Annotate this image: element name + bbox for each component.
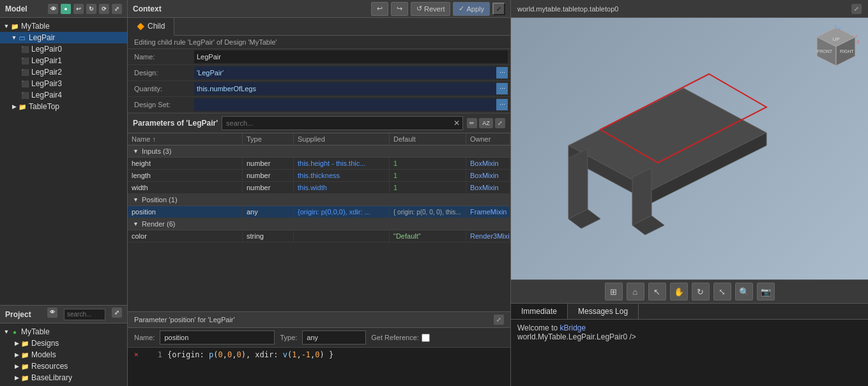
tree-item-mytable[interactable]: ▼ 📁 MyTable: [0, 20, 127, 32]
param-form: Name: Type: Get Reference:: [128, 328, 510, 348]
th-name: Name ↑: [128, 133, 243, 145]
expand-models[interactable]: ▶: [13, 352, 20, 358]
param-detail-title: Parameter 'position' for 'LegPair': [134, 316, 235, 323]
get-ref-checkbox[interactable]: [422, 334, 430, 342]
section-inputs[interactable]: ▼ Inputs (3): [128, 145, 510, 158]
param-detail-expand[interactable]: ⤢: [494, 315, 504, 325]
cell-position-type: any: [243, 206, 294, 218]
viewport-header: world.mytable.tabletop.tabletop0 ⤢: [511, 0, 868, 18]
quantity-input[interactable]: [194, 82, 496, 95]
project-search-input[interactable]: [64, 309, 105, 320]
row-position[interactable]: position any {origin: p(0,0,0), xdir: ..…: [128, 206, 510, 218]
pencil-icon[interactable]: ✏: [467, 118, 477, 128]
cell-height-default: 1: [390, 158, 466, 169]
model-icon-6[interactable]: ⤢: [112, 4, 122, 14]
viewport[interactable]: UP FRONT RIGHT Y X: [511, 18, 868, 279]
expand-params-icon[interactable]: ⤢: [495, 118, 505, 128]
th-owner: Owner: [466, 133, 510, 145]
nav-cube[interactable]: UP FRONT RIGHT Y X: [811, 24, 862, 75]
model-icon-2[interactable]: ●: [61, 4, 71, 14]
proj-label-baselibrary: BaseLibrary: [31, 373, 72, 382]
tree-item-legpair1[interactable]: ⬛ LegPair1: [0, 55, 127, 66]
row-width[interactable]: width number this.width 1 BoxMixin: [128, 182, 510, 194]
orbit-button[interactable]: ↻: [692, 283, 710, 301]
sort-az-icon[interactable]: AZ: [479, 118, 493, 128]
name-input[interactable]: [194, 50, 508, 63]
tree-item-legpair2[interactable]: ⬛ LegPair2: [0, 66, 127, 78]
code-editor[interactable]: ✕ 1 {origin: p(0,0,0), xdir: v(1,-1,0) }: [128, 348, 510, 386]
tab-child[interactable]: 🔶 Child: [128, 18, 174, 36]
apply-button[interactable]: ✓ Apply: [453, 2, 490, 16]
tree-item-legpair4[interactable]: ⬛ LegPair4: [0, 89, 127, 101]
viewport-expand-icon[interactable]: ⤢: [851, 4, 862, 14]
model-icon-4[interactable]: ↻: [86, 4, 96, 14]
tree-item-tabletop[interactable]: ▶ 📁 TableTop: [0, 101, 127, 112]
row-color[interactable]: color string "Default" Render3Mixin: [128, 230, 510, 242]
fit-button[interactable]: ⊞: [605, 283, 623, 301]
code-origin: origin:: [172, 350, 209, 359]
revert-button[interactable]: ↺ Revert: [411, 2, 450, 16]
undo-button[interactable]: ↩: [371, 2, 388, 16]
hand-button[interactable]: ✋: [670, 283, 688, 301]
bottom-content: Welcome to kBridge world.MyTable.LegPair…: [511, 320, 868, 386]
model-icon-1[interactable]: 👁: [48, 4, 58, 14]
section-render[interactable]: ▼ Render (6): [128, 218, 510, 230]
search-clear-icon[interactable]: ✕: [451, 119, 462, 128]
proj-item-designs[interactable]: ▶ 📁 Designs: [0, 338, 127, 349]
get-ref-label: Get Reference:: [371, 334, 419, 341]
expand-tabletop[interactable]: ▶: [10, 103, 18, 110]
row-length[interactable]: length number this.thickness 1 BoxMixin: [128, 170, 510, 182]
expand-context-icon[interactable]: ⤢: [492, 3, 505, 15]
params-scroll-area[interactable]: ▼ Inputs (3) height number this.height -…: [128, 145, 510, 311]
proj-item-baselibrary[interactable]: ▶ 📁 BaseLibrary: [0, 372, 127, 383]
proj-item-resources[interactable]: ▶ 📁 Resources: [0, 360, 127, 372]
model-icon-3[interactable]: ↩: [73, 4, 84, 14]
design-btn[interactable]: ⋯: [496, 67, 508, 78]
expand-proj-mytable[interactable]: ▼: [3, 329, 10, 335]
param-detail-panel: Parameter 'position' for 'LegPair' ⤢ Nam…: [128, 311, 510, 386]
tree-item-legpair0[interactable]: ⬛ LegPair0: [0, 43, 127, 55]
section-position[interactable]: ▼ Position (1): [128, 194, 510, 206]
row-height[interactable]: height number this.height - this.thic...…: [128, 158, 510, 170]
quantity-btn[interactable]: ⋯: [496, 83, 508, 94]
model-icon-5[interactable]: ⟳: [99, 4, 109, 14]
cell-height-type: number: [243, 158, 294, 169]
context-tab-bar: 🔶 Child: [128, 18, 510, 36]
cell-position-name: position: [128, 206, 243, 218]
kbridge-link[interactable]: kBridge: [560, 323, 586, 332]
design-set-input[interactable]: [194, 98, 496, 111]
tree-item-legpair[interactable]: ▼ 🗃 LegPair: [0, 32, 127, 43]
design-set-btn[interactable]: ⋯: [496, 99, 508, 110]
expand-baselibrary[interactable]: ▶: [13, 375, 20, 381]
proj-label-designs: Designs: [31, 339, 59, 348]
params-search-input[interactable]: [222, 118, 451, 128]
expand-mytable[interactable]: ▼: [3, 23, 10, 29]
svg-text:Y: Y: [838, 27, 841, 31]
proj-icon-expand[interactable]: ⤢: [112, 308, 122, 318]
home-button[interactable]: ⌂: [627, 283, 644, 301]
pan-button[interactable]: ⤡: [713, 283, 731, 301]
expand-designs[interactable]: ▶: [13, 340, 20, 346]
cursor-button[interactable]: ↖: [648, 283, 666, 301]
zoom-button[interactable]: 🔍: [735, 283, 753, 301]
proj-item-mytable[interactable]: ▼ ● MyTable: [0, 326, 127, 338]
tab-immediate[interactable]: Immediate: [511, 304, 568, 319]
expand-resources[interactable]: ▶: [13, 363, 20, 369]
quantity-label: Quantity:: [128, 81, 192, 97]
tree-item-legpair3[interactable]: ⬛ LegPair3: [0, 78, 127, 89]
param-name-input[interactable]: [160, 330, 275, 345]
cell-length-type: number: [243, 170, 294, 181]
param-type-input[interactable]: [302, 330, 366, 345]
context-header: Context ↩ ↪ ↺ Revert ✓ Apply ⤢: [128, 0, 510, 18]
nav-cube-svg: UP FRONT RIGHT Y X: [811, 24, 862, 75]
bottom-panel: Immediate Messages Log Welcome to kBridg…: [511, 303, 868, 386]
render-button[interactable]: 📷: [757, 283, 775, 301]
expand-legpair[interactable]: ▼: [10, 34, 18, 41]
proj-icon-eye[interactable]: 👁: [47, 308, 57, 318]
design-input[interactable]: [194, 66, 496, 79]
proj-item-models[interactable]: ▶ 📁 Models: [0, 349, 127, 360]
checkmark-icon: ✓: [459, 4, 464, 13]
tab-messages-log[interactable]: Messages Log: [568, 304, 639, 319]
console-prompt: world.MyTable.LegPair.LegPair0 />: [517, 332, 636, 341]
redo-button[interactable]: ↪: [391, 2, 408, 16]
